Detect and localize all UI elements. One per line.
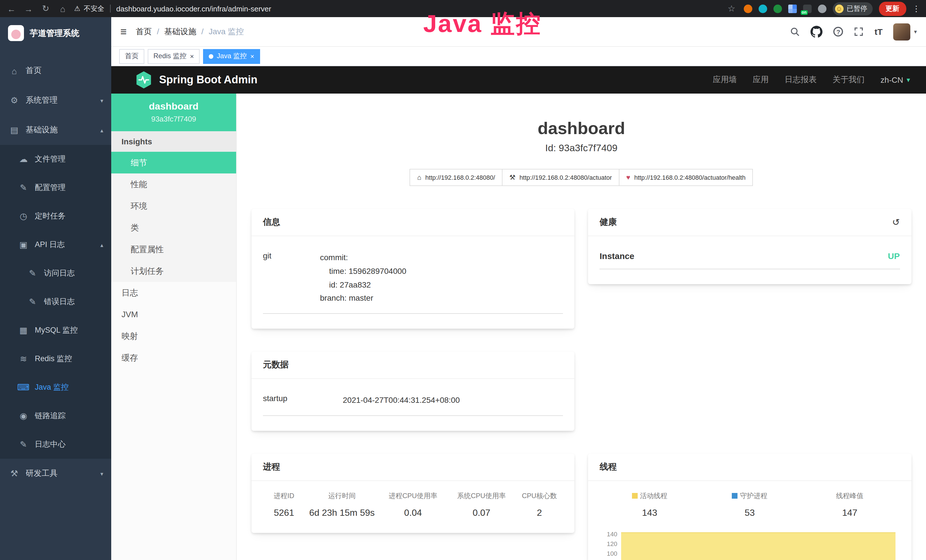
sidebar-item-label: 链路追踪 — [35, 411, 66, 421]
edit-icon: ✎ — [26, 268, 39, 278]
browser-home-icon[interactable]: ⌂ — [57, 4, 68, 14]
help-icon[interactable]: ? — [834, 27, 843, 36]
sba-item-metrics[interactable]: 性能 — [111, 173, 236, 195]
extensions-puzzle-icon[interactable] — [818, 4, 826, 13]
sidebar-item-system-mgmt[interactable]: ⚙ 系统管理 ▾ — [0, 86, 111, 115]
tab-redis-monitor[interactable]: Redis 监控 × — [148, 49, 200, 64]
process-col-syscpu: 系统CPU使用率 — [447, 491, 516, 501]
close-icon[interactable]: × — [250, 53, 254, 60]
edit-icon: ✎ — [17, 183, 30, 193]
chevron-up-icon: ▴ — [100, 127, 103, 133]
sidebar-item-file-mgmt[interactable]: ☁ 文件管理 — [0, 145, 111, 173]
sidebar-item-label: 文件管理 — [35, 154, 66, 164]
infrastructure-icon: ▤ — [8, 125, 21, 135]
site-security[interactable]: ⚠ 不安全 — [74, 4, 104, 14]
back-icon[interactable]: ← — [6, 4, 17, 14]
peak-threads-label: 线程峰值 — [836, 492, 864, 500]
threads-legend: 活动线程 143 守护进程 53 — [600, 484, 900, 518]
sba-item-classes[interactable]: 类 — [111, 217, 236, 239]
close-icon[interactable]: × — [190, 53, 194, 60]
chevron-down-icon: ▾ — [100, 471, 103, 477]
github-icon[interactable] — [811, 26, 823, 38]
hamburger-icon[interactable]: ≡ — [120, 26, 127, 38]
extension-grid-icon[interactable] — [788, 4, 796, 13]
edit-icon: ✎ — [26, 297, 39, 307]
health-row-instance[interactable]: Instance UP — [600, 240, 900, 269]
sba-nav-applications[interactable]: 应用 — [753, 75, 769, 85]
sidebar-item-redis-monitor[interactable]: ≋ Redis 监控 — [0, 345, 111, 373]
threads-chart: 140 120 100 — [600, 530, 900, 560]
paused-label: 已暂停 — [847, 4, 867, 14]
sba-item-mappings[interactable]: 映射 — [111, 325, 236, 347]
security-label: 不安全 — [84, 4, 104, 14]
chevron-down-icon: ▾ — [914, 29, 917, 35]
sidebar-logo-row[interactable]: 芋道管理系统 — [0, 17, 111, 49]
daemon-threads-label: 守护进程 — [740, 492, 767, 500]
browser-menu-icon[interactable]: ⋮ — [912, 4, 920, 13]
sidebar-item-tracing[interactable]: ◉ 链路追踪 — [0, 402, 111, 430]
sba-item-environment[interactable]: 环境 — [111, 195, 236, 217]
extension-orange-icon[interactable] — [743, 4, 752, 13]
sidebar-item-api-logs[interactable]: ▣ API 日志 ▴ — [0, 230, 111, 259]
sba-instance-header[interactable]: dashboard 93a3fc7f7409 — [111, 94, 236, 131]
info-row-git: git commit: time: 1596289704000 id: 27aa… — [263, 240, 563, 314]
bookmark-star-icon[interactable]: ☆ — [726, 3, 737, 14]
sidebar-item-log-center[interactable]: ✎ 日志中心 — [0, 430, 111, 459]
fullscreen-icon[interactable] — [854, 27, 864, 36]
extension-teal-icon[interactable] — [758, 4, 767, 13]
app-title: 芋道管理系统 — [30, 28, 79, 38]
process-syscpu-value: 0.07 — [447, 508, 516, 518]
sba-section-insights: Insights — [111, 131, 236, 152]
sba-item-scheduled-tasks[interactable]: 计划任务 — [111, 260, 236, 282]
info-card: 信息 git commit: time: 1596289704000 id: 2 — [251, 209, 575, 328]
forward-icon[interactable]: → — [23, 4, 34, 14]
tab-home[interactable]: 首页 — [119, 49, 144, 64]
sba-nav-journal[interactable]: 日志报表 — [785, 75, 817, 85]
health-card-title: 健康 — [600, 217, 617, 228]
sidebar-item-dev-tools[interactable]: ⚒ 研发工具 ▾ — [0, 459, 111, 488]
sba-item-logs[interactable]: 日志 — [111, 282, 236, 304]
sba-item-caches[interactable]: 缓存 — [111, 347, 236, 369]
actuator-url-link[interactable]: ⚒ http://192.168.0.2:48080/actuator — [502, 169, 619, 186]
update-button[interactable]: 更新 — [879, 2, 906, 16]
sidebar-item-access-logs[interactable]: ✎ 访问日志 — [0, 259, 111, 288]
user-menu[interactable]: ▾ — [893, 23, 917, 40]
peak-threads-value: 147 — [800, 508, 900, 518]
sba-item-details[interactable]: 细节 — [111, 152, 236, 173]
divider — [110, 5, 110, 12]
sidebar-item-mysql-monitor[interactable]: ▦ MySQL 监控 — [0, 316, 111, 345]
sidebar-item-error-logs[interactable]: ✎ 错误日志 — [0, 288, 111, 316]
sba-nav-about[interactable]: 关于我们 — [833, 75, 865, 85]
tab-label: 首页 — [125, 51, 139, 61]
paused-badge[interactable]: ☺ 已暂停 — [832, 2, 872, 15]
history-icon[interactable]: ↺ — [892, 217, 900, 228]
process-col-pid: 进程ID — [263, 491, 305, 501]
sidebar-item-home[interactable]: ⌂ 首页 — [0, 56, 111, 86]
sba-brand[interactable]: Spring Boot Admin — [135, 71, 257, 89]
font-size-icon[interactable]: tT — [875, 27, 883, 36]
sba-nav-wallboard[interactable]: 应用墙 — [713, 75, 737, 85]
search-icon[interactable] — [790, 27, 800, 36]
sba-item-jvm[interactable]: JVM — [111, 304, 236, 325]
process-stats: 进程ID 5261 运行时间 6d 23h 15m 59s — [263, 484, 563, 518]
service-url-link[interactable]: ⌂ http://192.168.0.2:48080/ — [410, 169, 502, 186]
sidebar-item-infrastructure[interactable]: ▤ 基础设施 ▴ — [0, 115, 111, 145]
sba-item-config-props[interactable]: 配置属性 — [111, 239, 236, 260]
extension-green-icon[interactable] — [773, 4, 782, 13]
breadcrumb-home[interactable]: 首页 — [136, 27, 152, 37]
extension-dark-icon[interactable]: on — [803, 4, 811, 13]
health-url-link[interactable]: ♥ http://192.168.0.2:48080/actuator/heal… — [619, 169, 753, 186]
info-card-title: 信息 — [263, 217, 280, 228]
sba-brand-name: Spring Boot Admin — [159, 74, 257, 86]
process-uptime-value: 6d 23h 15m 59s — [305, 508, 379, 518]
sidebar-item-java-monitor[interactable]: ⌨ Java 监控 — [0, 373, 111, 402]
reload-icon[interactable]: ↻ — [40, 3, 51, 14]
breadcrumb-infrastructure[interactable]: 基础设施 — [157, 27, 196, 37]
address-bar[interactable]: dashboard.yudao.iocoder.cn/infra/admin-s… — [117, 4, 720, 13]
locale-selector[interactable]: zh-CN ▾ — [881, 75, 910, 85]
tab-java-monitor[interactable]: Java 监控 × — [203, 49, 260, 64]
breadcrumb-java-monitor: Java 监控 — [201, 27, 244, 37]
sidebar-item-label: Java 监控 — [35, 382, 69, 392]
sidebar-item-scheduled-jobs[interactable]: ◷ 定时任务 — [0, 202, 111, 230]
sidebar-item-config-mgmt[interactable]: ✎ 配置管理 — [0, 173, 111, 202]
